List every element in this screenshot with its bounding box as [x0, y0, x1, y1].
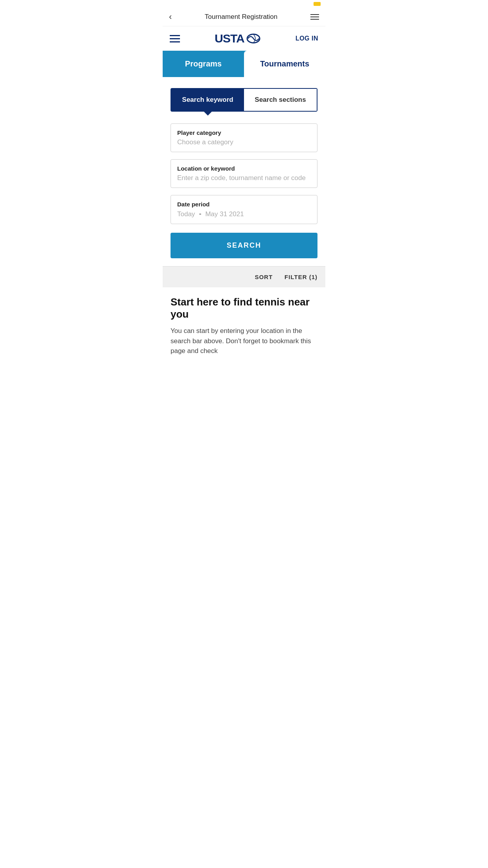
menu-line-3: [310, 19, 319, 20]
date-start-value: Today: [177, 210, 195, 218]
hamburger-line-2: [170, 38, 180, 39]
hamburger-line-3: [170, 41, 180, 42]
date-end-value: May 31 2021: [205, 210, 244, 218]
nav-menu-button[interactable]: [310, 14, 319, 20]
login-button[interactable]: LOG IN: [295, 35, 318, 42]
hamburger-line-1: [170, 35, 180, 36]
location-keyword-label: Location or keyword: [177, 165, 311, 172]
results-description: You can start by entering your location …: [171, 326, 317, 356]
player-category-field[interactable]: Player category Choose a category: [171, 123, 317, 152]
back-button[interactable]: ‹: [169, 12, 172, 22]
date-separator: -: [199, 210, 201, 218]
header: USTA LOG IN: [163, 26, 325, 51]
date-period-label: Date period: [177, 201, 311, 208]
filter-button[interactable]: FILTER (1): [284, 274, 317, 280]
sort-button[interactable]: SORT: [255, 274, 273, 280]
player-category-value: Choose a category: [177, 138, 311, 146]
status-bar: [163, 0, 325, 8]
main-tabs: Programs Tournaments: [163, 51, 325, 77]
search-button[interactable]: SEARCH: [171, 233, 317, 258]
nav-title: Tournament Registration: [205, 13, 277, 21]
tab-tournaments[interactable]: Tournaments: [244, 51, 325, 77]
usta-logo: USTA: [215, 32, 261, 45]
hamburger-menu-button[interactable]: [170, 35, 180, 42]
results-section: Start here to find tennis near you You c…: [163, 287, 325, 360]
usta-emblem-icon: [246, 33, 261, 44]
search-sections-toggle[interactable]: Search sections: [244, 89, 317, 111]
menu-line-1: [310, 14, 319, 15]
search-area: Search keyword Search sections Player ca…: [163, 77, 325, 266]
location-keyword-field[interactable]: Location or keyword Enter a zip code, to…: [171, 159, 317, 188]
nav-bar: ‹ Tournament Registration: [163, 8, 325, 26]
menu-line-2: [310, 17, 319, 17]
player-category-label: Player category: [177, 129, 311, 136]
tab-programs[interactable]: Programs: [163, 51, 244, 77]
search-toggle-bar: Search keyword Search sections: [171, 88, 317, 112]
battery-icon: [314, 2, 321, 6]
sort-filter-bar: SORT FILTER (1): [163, 266, 325, 287]
usta-logo-text: USTA: [215, 32, 244, 45]
search-keyword-toggle[interactable]: Search keyword: [171, 89, 244, 111]
results-title: Start here to find tennis near you: [171, 296, 317, 320]
date-period-row: Today - May 31 2021: [177, 210, 311, 218]
location-keyword-value: Enter a zip code, tournament name or cod…: [177, 174, 311, 182]
date-period-field[interactable]: Date period Today - May 31 2021: [171, 195, 317, 224]
